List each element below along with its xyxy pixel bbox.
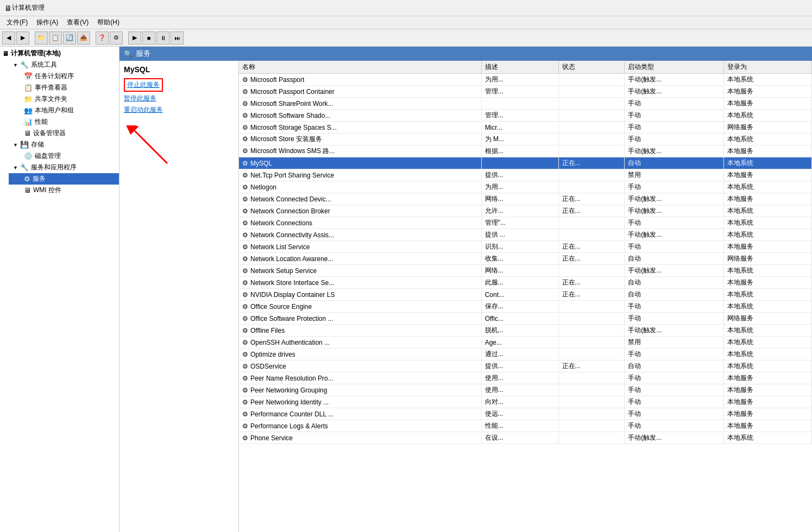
table-row[interactable]: ⚙Optimize drives通过...手动本地系统 [239,349,812,360]
services-header-title: 服务 [136,49,151,59]
sidebar-wmi[interactable]: 🖥 WMI 控件 [9,185,119,196]
service-desc-cell: 提供... [481,169,558,181]
table-row[interactable]: ⚙Network Connectivity Assis...提供 ...手动(触… [239,229,812,241]
table-row[interactable]: ⚙Microsoft Software Shado...管理...手动本地系统 [239,110,812,122]
service-login-cell: 本地系统 [723,349,811,360]
table-row[interactable]: ⚙OpenSSH Authentication ...Age...禁用本地系统 [239,337,812,349]
service-startup-cell: 手动 [625,372,724,384]
table-row[interactable]: ⚙Phone Service在设...手动(触发...本地系统 [239,432,812,444]
toolbar-refresh[interactable]: 🔄 [63,31,76,45]
sidebar-shared-folders[interactable]: 📁 共享文件夹 [9,93,119,105]
toolbar-help[interactable]: ❓ [96,31,109,45]
col-status[interactable]: 状态 [558,61,625,74]
toolbar-pause[interactable]: ⏸ [156,31,169,45]
service-status-cell [558,86,625,98]
sidebar-root[interactable]: 🖥 计算机管理(本地) [0,47,119,59]
sidebar-task-label: 任务计划程序 [35,72,74,81]
toolbar-properties[interactable]: ⚙ [110,31,123,45]
table-row[interactable]: ⚙Peer Name Resolution Pro...使用...手动本地服务 [239,372,812,384]
toolbar-back[interactable]: ◀ [2,31,15,45]
sidebar-disk-mgmt[interactable]: 💿 磁盘管理 [9,150,119,162]
toolbar-forward[interactable]: ▶ [16,31,29,45]
service-desc-cell: 性能... [481,420,558,432]
service-status-cell [558,265,625,277]
table-row[interactable]: ⚙Performance Counter DLL ...使远...手动本地服务 [239,408,812,420]
toolbar-resume[interactable]: ⏭ [171,31,184,45]
stop-service-link[interactable]: 停止此服务 [124,78,163,92]
restart-service-link[interactable]: 重启动此服务 [124,105,234,115]
table-row[interactable]: ⚙MySQL正在...自动本地系统 [239,157,812,169]
table-row[interactable]: ⚙NVIDIA Display Container LSCont...正在...… [239,289,812,301]
service-name-cell: ⚙Microsoft Passport Container [239,86,481,98]
sidebar-system-tools[interactable]: ▼ 🔧 系统工具 [4,59,119,71]
service-status-cell [558,396,625,408]
table-row[interactable]: ⚙Offline Files脱机...手动(触发...本地系统 [239,325,812,337]
sidebar-task-scheduler[interactable]: 📅 任务计划程序 [9,71,119,82]
pause-service-link[interactable]: 暂停此服务 [124,94,234,103]
table-row[interactable]: ⚙Microsoft SharePoint Work...手动本地服务 [239,98,812,110]
toolbar-view[interactable]: 📋 [49,31,62,45]
toolbar-play[interactable]: ▶ [128,31,141,45]
col-desc[interactable]: 描述 [481,61,558,74]
table-row[interactable]: ⚙Microsoft Storage Spaces S...Micr...手动网… [239,122,812,134]
table-row[interactable]: ⚙Network Setup Service网络...手动(触发...本地系统 [239,265,812,277]
sidebar-storage[interactable]: ▼ 💾 存储 [4,139,119,150]
table-row[interactable]: ⚙Microsoft Passport Container管理...手动(触发.… [239,86,812,98]
sidebar-root-label: 计算机管理(本地) [11,49,61,58]
chevron-down-icon-storage: ▼ [13,142,18,148]
service-login-cell: 本地服务 [723,193,811,205]
service-login-cell: 本地系统 [723,360,811,372]
col-login[interactable]: 登录为 [723,61,811,74]
service-desc-cell: 使用... [481,372,558,384]
titlebar-icon: 🖥 [4,4,12,12]
table-row[interactable]: ⚙Peer Networking Identity ...向对...手动本地服务 [239,396,812,408]
table-row[interactable]: ⚙Microsoft Store 安装服务为 M...手动本地系统 [239,134,812,145]
sidebar-svc-children: ⚙ 服务 🖥 WMI 控件 [4,173,119,196]
sidebar: 🖥 计算机管理(本地) ▼ 🔧 系统工具 📅 任务计划程序 📋 事件查看器 [0,47,119,532]
table-row[interactable]: ⚙OSDService提供...正在...自动本地系统 [239,360,812,372]
service-login-cell: 本地服务 [723,277,811,289]
table-row[interactable]: ⚙Network Connection Broker允许...正在...手动(触… [239,205,812,217]
sidebar-event-viewer[interactable]: 📋 事件查看器 [9,82,119,93]
service-startup-cell: 手动(触发... [625,229,724,241]
table-row[interactable]: ⚙Microsoft Windows SMS 路...根据...手动(触发...… [239,145,812,157]
table-row[interactable]: ⚙Network Location Awarene...收集...正在...自动… [239,253,812,265]
service-name-cell: ⚙Office Source Engine [239,301,481,313]
svg-line-1 [135,131,167,163]
menu-help[interactable]: 帮助(H) [93,17,124,28]
toolbar-up[interactable]: 📁 [35,31,48,45]
service-startup-cell: 手动 [625,301,724,313]
table-row[interactable]: ⚙Network List Service识别...正在...手动本地服务 [239,241,812,253]
menu-action[interactable]: 操作(A) [32,17,62,28]
sidebar-services[interactable]: ⚙ 服务 [9,173,119,185]
menu-file[interactable]: 文件(F) [2,17,32,28]
col-startup[interactable]: 启动类型 [625,61,724,74]
table-row[interactable]: ⚙Performance Logs & Alerts性能...手动本地服务 [239,420,812,432]
service-desc-cell: 此服... [481,277,558,289]
table-row[interactable]: ⚙Net.Tcp Port Sharing Service提供...禁用本地服务 [239,169,812,181]
toolbar-export[interactable]: 📤 [77,31,90,45]
table-row[interactable]: ⚙Peer Networking Grouping使用...手动本地服务 [239,384,812,396]
service-startup-cell: 自动 [625,289,724,301]
table-row[interactable]: ⚙Netlogon为用...手动本地系统 [239,181,812,193]
table-row[interactable]: ⚙Office Software Protection ...Offic...手… [239,313,812,325]
toolbar-stop[interactable]: ■ [142,31,155,45]
calendar-icon: 📅 [24,72,33,80]
col-name[interactable]: 名称 [239,61,481,74]
service-startup-cell: 手动 [625,122,724,134]
sidebar-services-apps[interactable]: ▼ 🔧 服务和应用程序 [4,162,119,173]
service-name-cell: ⚙Offline Files [239,325,481,337]
service-login-cell: 网络服务 [723,253,811,265]
sidebar-device-manager[interactable]: 🖥 设备管理器 [9,128,119,139]
table-row[interactable]: ⚙Network Connected Devic...网络...正在...手动(… [239,193,812,205]
sidebar-performance[interactable]: 📊 性能 [9,116,119,128]
sidebar-local-users[interactable]: 👥 本地用户和组 [9,105,119,116]
left-panel: MySQL 停止此服务 暂停此服务 重启动此服务 [119,61,239,532]
table-row[interactable]: ⚙Microsoft Passport为用...手动(触发...本地系统 [239,74,812,86]
table-row[interactable]: ⚙Network Connections管理"...手动本地系统 [239,217,812,229]
table-row[interactable]: ⚙Office Source Engine保存...手动本地系统 [239,301,812,313]
service-login-cell: 本地服务 [723,86,811,98]
menu-view[interactable]: 查看(V) [62,17,93,28]
service-login-cell: 本地系统 [723,229,811,241]
table-row[interactable]: ⚙Network Store Interface Se...此服...正在...… [239,277,812,289]
